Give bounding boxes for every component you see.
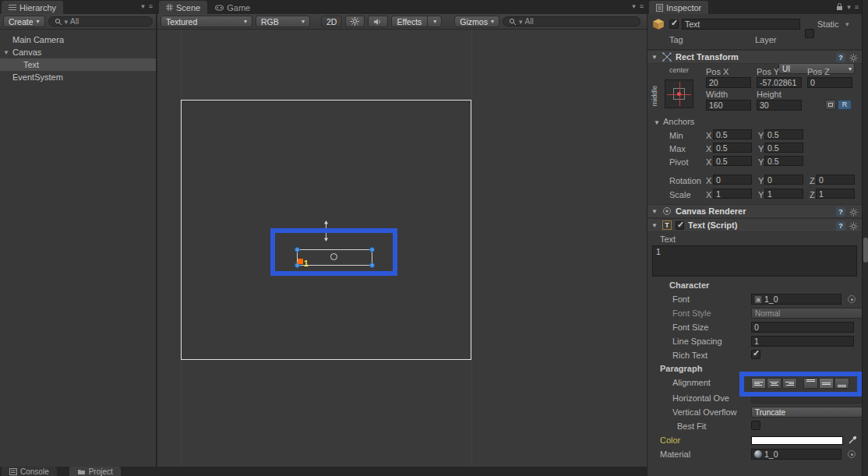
- hierarchy-item-main-camera[interactable]: Main Camera: [0, 33, 156, 46]
- lock-icon[interactable]: [836, 2, 843, 11]
- tab-inspector[interactable]: Inspector: [649, 1, 708, 14]
- anchor-preset-widget[interactable]: [665, 79, 693, 108]
- raw-edit-mode-button[interactable]: R: [838, 100, 852, 110]
- static-checkbox[interactable]: [805, 29, 814, 38]
- anchor-max-x-field[interactable]: 0.5: [713, 143, 752, 153]
- tab-game[interactable]: Game: [208, 1, 257, 14]
- hierarchy-item-text[interactable]: Text: [0, 58, 156, 71]
- fold-arrow-icon[interactable]: ▼: [651, 54, 658, 61]
- pivot-x-field[interactable]: 0.5: [713, 156, 752, 166]
- scale-y-field[interactable]: 1: [764, 189, 803, 199]
- tab-console[interactable]: Console: [2, 467, 57, 476]
- rotation-x-field[interactable]: 0: [713, 175, 752, 185]
- static-dropdown-arrow-icon[interactable]: ▾: [845, 20, 849, 28]
- shading-mode-dropdown[interactable]: Textured ▾: [161, 16, 252, 27]
- object-picker-icon[interactable]: [848, 450, 856, 458]
- pivot-handle[interactable]: [330, 253, 337, 260]
- scene-audio-toggle[interactable]: [368, 16, 388, 27]
- gear-icon[interactable]: [849, 208, 858, 217]
- inspector-pane-menu-icon[interactable]: ≡: [855, 3, 859, 11]
- anchor-max-y-field[interactable]: 0.5: [764, 143, 803, 153]
- font-object-field[interactable]: a 1_0: [751, 294, 842, 305]
- inspector-scrollbar[interactable]: [862, 0, 868, 476]
- width-field[interactable]: 160: [706, 100, 751, 111]
- text-value-textarea[interactable]: 1: [652, 245, 857, 277]
- gizmos-dropdown[interactable]: Gizmos ▾: [454, 16, 499, 27]
- corner-handle[interactable]: [369, 247, 375, 252]
- align-bottom-button[interactable]: [834, 378, 849, 389]
- help-icon[interactable]: ?: [836, 53, 845, 62]
- fold-arrow-icon[interactable]: ▼: [651, 222, 658, 229]
- best-fit-checkbox[interactable]: [751, 421, 760, 430]
- scene-pane-dropdown-icon[interactable]: ▾: [632, 2, 636, 10]
- corner-handle[interactable]: [295, 247, 300, 252]
- scene-lighting-toggle[interactable]: [345, 16, 365, 27]
- create-button[interactable]: Create ▾: [3, 16, 45, 27]
- gear-icon[interactable]: [849, 222, 858, 231]
- line-spacing-field[interactable]: 1: [751, 336, 854, 347]
- tab-scene[interactable]: Scene: [159, 1, 207, 14]
- align-middle-button[interactable]: [819, 378, 834, 389]
- object-picker-icon[interactable]: [848, 295, 856, 303]
- vertical-overflow-dropdown[interactable]: Truncate ▾: [751, 407, 868, 418]
- gameobject-name-field[interactable]: Text: [682, 19, 800, 30]
- hierarchy-pane-dropdown-icon[interactable]: ▾: [141, 2, 145, 10]
- eyedropper-icon[interactable]: [848, 435, 857, 445]
- pivot-y-field[interactable]: 0.5: [764, 156, 803, 166]
- scene-viewport[interactable]: 1: [157, 30, 647, 467]
- check-icon: ✓: [753, 348, 760, 358]
- help-icon[interactable]: ?: [836, 207, 845, 217]
- blueprint-mode-button[interactable]: [825, 100, 836, 110]
- fold-arrow-icon[interactable]: ▼: [651, 208, 658, 215]
- rotation-z-field[interactable]: 0: [816, 175, 855, 185]
- align-left-button[interactable]: [751, 378, 766, 389]
- scale-x-field[interactable]: 1: [713, 189, 752, 199]
- pos-y-field[interactable]: -57.02861: [757, 77, 802, 88]
- x-label: X: [706, 190, 711, 199]
- align-right-button[interactable]: [782, 378, 797, 389]
- bottom-tabstrip: Console Project: [0, 467, 647, 476]
- tab-hierarchy[interactable]: Hierarchy: [2, 1, 63, 14]
- horizontal-overflow-dropdown[interactable]: ▾: [751, 393, 868, 404]
- 2d-mode-toggle[interactable]: 2D: [321, 16, 342, 27]
- corner-handle[interactable]: [369, 263, 375, 268]
- move-tool-gizmo[interactable]: [316, 220, 337, 242]
- pos-z-field[interactable]: 0: [807, 77, 852, 88]
- material-object-field[interactable]: 1_0: [751, 449, 842, 460]
- align-center-button[interactable]: [767, 378, 782, 389]
- text-script-header[interactable]: ▼ T ✓ Text (Script) ?: [647, 218, 862, 232]
- hierarchy-item-canvas[interactable]: ▼ Canvas: [0, 46, 156, 58]
- hierarchy-pane-menu-icon[interactable]: ≡: [149, 2, 153, 10]
- inspector-pane-dropdown-icon[interactable]: ▾: [847, 3, 851, 11]
- anchor-min-x-field[interactable]: 0.5: [713, 129, 752, 139]
- hierarchy-search-input[interactable]: ▾ All: [48, 16, 153, 26]
- scene-pane-menu-icon[interactable]: ≡: [640, 2, 644, 10]
- rotation-y-field[interactable]: 0: [764, 175, 803, 185]
- color-swatch[interactable]: [751, 436, 843, 445]
- align-top-button[interactable]: [803, 378, 818, 389]
- anchor-min-y-field[interactable]: 0.5: [764, 129, 803, 139]
- scrollbar-thumb[interactable]: [863, 238, 868, 263]
- render-channels-dropdown[interactable]: RGB ▾: [256, 16, 310, 27]
- hierarchy-item-eventsystem[interactable]: EventSystem: [0, 71, 156, 83]
- effects-dropdown[interactable]: Effects ▾: [391, 16, 442, 27]
- expand-caret-icon[interactable]: ▼: [3, 49, 9, 56]
- fold-arrow-icon[interactable]: ▼: [654, 119, 661, 126]
- pos-x-field[interactable]: 20: [706, 77, 751, 88]
- help-icon[interactable]: ?: [836, 221, 845, 231]
- gameobject-enabled-checkbox[interactable]: ✓: [669, 19, 679, 29]
- canvas-renderer-header[interactable]: ▼ Canvas Renderer ?: [647, 204, 862, 218]
- font-size-field[interactable]: 0: [751, 322, 854, 333]
- rect-transform-header[interactable]: ▼ Rect Transform ?: [647, 50, 862, 64]
- gear-icon[interactable]: [849, 54, 858, 62]
- anchors-foldout-label[interactable]: Anchors: [663, 117, 694, 126]
- font-style-dropdown[interactable]: Normal ▾: [751, 308, 868, 319]
- component-enabled-checkbox[interactable]: ✓: [676, 221, 684, 230]
- inspector-panel: Inspector ▾ ≡ ✓ Text Static ▾ Tag Untagg…: [647, 0, 862, 476]
- tab-project[interactable]: Project: [69, 467, 121, 476]
- rich-text-checkbox[interactable]: ✓: [751, 350, 760, 359]
- scale-z-field[interactable]: 1: [816, 189, 855, 199]
- height-field[interactable]: 30: [757, 100, 802, 111]
- scene-search-input[interactable]: ▾ All: [503, 16, 640, 26]
- grid-line: [471, 30, 472, 467]
